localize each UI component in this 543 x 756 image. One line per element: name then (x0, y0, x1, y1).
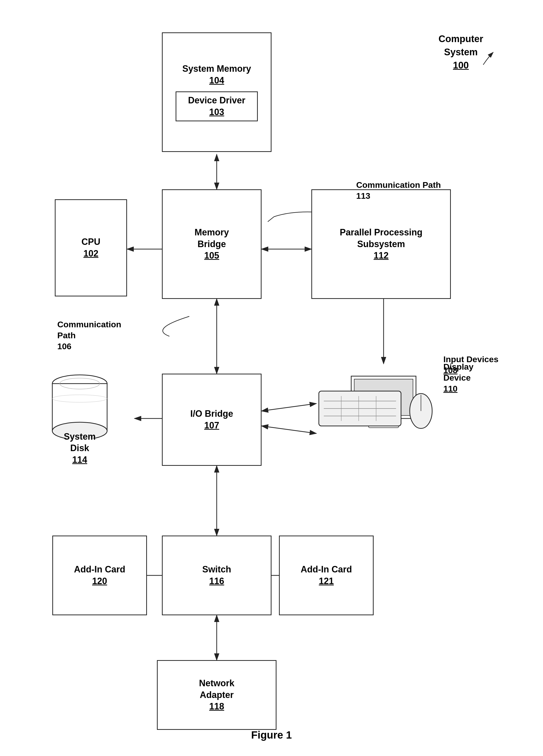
parallel-processing-box: Parallel ProcessingSubsystem112 (311, 189, 451, 299)
network-adapter-label: NetworkAdapter118 (199, 678, 234, 712)
input-devices (316, 379, 441, 443)
system-disk-label: SystemDisk114 (64, 431, 96, 466)
system-disk: SystemDisk114 (32, 374, 127, 466)
add-in-card-120-box: Add-In Card120 (52, 536, 147, 615)
memory-bridge-box: MemoryBridge105 (162, 189, 262, 299)
io-bridge-label: I/O Bridge107 (190, 408, 233, 431)
diagram: ComputerSystem100 System Memory104 Devic… (0, 0, 543, 756)
system-memory-box: System Memory104 Device Driver103 (162, 32, 271, 152)
system-memory-label: System Memory104 (182, 63, 251, 86)
figure-label: Figure 1 (251, 729, 292, 741)
cpu-box: CPU102 (55, 199, 127, 296)
add-in-card-120-label: Add-In Card120 (74, 564, 125, 587)
memory-bridge-label: MemoryBridge105 (195, 227, 229, 262)
system-disk-icon (47, 374, 112, 438)
parallel-processing-label: Parallel ProcessingSubsystem112 (340, 227, 422, 262)
svg-line-14 (268, 217, 274, 222)
switch-box: Switch116 (162, 536, 271, 615)
io-bridge-box: I/O Bridge107 (162, 374, 262, 466)
device-driver-box: Device Driver103 (176, 91, 258, 121)
comm-path-113-label: Communication Path113 (356, 179, 441, 201)
comm-path-106-label: CommunicationPath106 (57, 319, 121, 352)
cpu-label: CPU102 (81, 236, 100, 260)
svg-line-8 (262, 404, 316, 411)
device-driver-label: Device Driver103 (181, 95, 252, 118)
input-devices-icon (316, 379, 436, 438)
network-adapter-box: NetworkAdapter118 (157, 660, 276, 730)
computer-system-bracket (468, 45, 498, 70)
input-devices-label: Input Devices108 (443, 354, 498, 376)
switch-label: Switch116 (202, 564, 231, 587)
add-in-card-121-label: Add-In Card121 (301, 564, 352, 587)
svg-line-9 (262, 426, 316, 433)
add-in-card-121-box: Add-In Card121 (279, 536, 374, 615)
